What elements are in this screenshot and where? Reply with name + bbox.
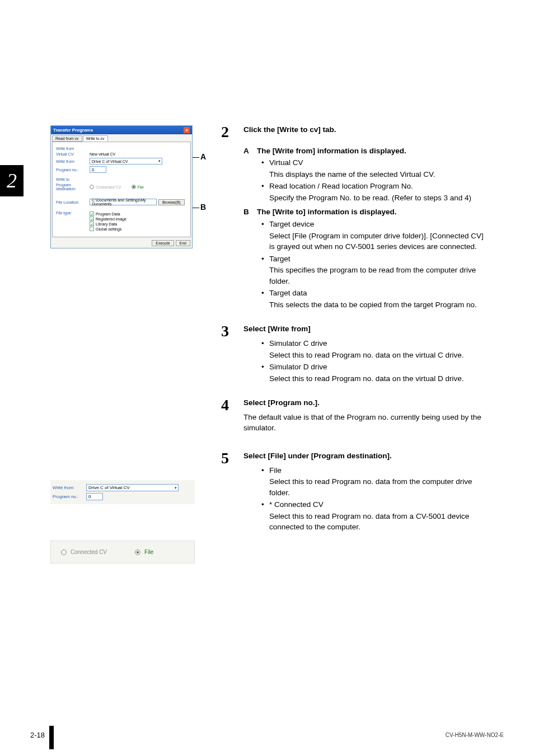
- bullet-icon: [261, 499, 269, 533]
- document-id: CV-H5N-M-WW-NO2-E: [446, 732, 504, 738]
- s2-b-b2-body: This specifies the program to be read fr…: [269, 265, 490, 287]
- write-from-label: Write from:: [56, 159, 90, 163]
- checkbox-registered-image-label: Registered image: [96, 217, 127, 221]
- strip-file-label: File: [144, 549, 153, 555]
- checkbox-library-data-label: Library Data: [96, 222, 117, 226]
- bullet-icon: [261, 181, 269, 203]
- tab-write-to-cv[interactable]: Write to cv: [83, 135, 108, 142]
- s2-a-b2-head: Read location / Read location Program No…: [269, 182, 413, 190]
- s2-a-b1-head: Virtual CV: [269, 158, 303, 167]
- file-type-label: File type:: [56, 211, 90, 215]
- radio-strip-screenshot: Connected CV File: [50, 541, 195, 564]
- radio-connected-cv[interactable]: [90, 185, 94, 189]
- step-3-number: 3: [221, 323, 243, 384]
- file-location-input[interactable]: C:\Documents and Settings\My Documents: [90, 199, 157, 205]
- s2-b-b1-body: Select [File (Program in computer drive …: [269, 231, 490, 252]
- s3-b2-head: Simulator D drive: [269, 363, 327, 371]
- virtual-cv-value: New virtual CV: [90, 152, 115, 156]
- callout-a: A: [200, 152, 206, 161]
- instructions-column: 2 Click the [Write to cv] tab. A The [Wr…: [221, 124, 490, 543]
- strip-connected-cv-label: Connected CV: [71, 549, 107, 555]
- step-4-body: The default value is that of the Program…: [243, 412, 490, 434]
- callout-line-b: [193, 208, 199, 208]
- browse-button[interactable]: Browse(B): [158, 199, 185, 205]
- mini-write-from-label: Write from:: [53, 485, 86, 490]
- bullet-icon: [261, 338, 269, 360]
- dialog-screenshot: Transfer Programs × Read from cv Write t…: [50, 125, 207, 248]
- bullet-icon: [261, 157, 269, 180]
- s5-b2-head: * Connected CV: [269, 500, 324, 509]
- dialog-titlebar: Transfer Programs ×: [51, 126, 192, 134]
- mini-program-no-spinner[interactable]: 0: [86, 493, 103, 500]
- checkbox-global-settings-label: Global settings: [96, 227, 121, 231]
- page-number: 2-18: [30, 731, 45, 739]
- callout-b: B: [200, 203, 206, 212]
- step-2-b-title: The [Write to] information is displayed.: [257, 206, 490, 218]
- step-2-title: Click the [Write to cv] tab.: [243, 124, 490, 135]
- execute-button[interactable]: Execute: [152, 240, 174, 246]
- s5-b1-head: File: [269, 466, 282, 475]
- virtual-cv-label: Virtual CV:: [56, 152, 90, 156]
- bullet-icon: [261, 288, 269, 310]
- radio-file[interactable]: [132, 185, 136, 189]
- section-write-from: Write from: [56, 147, 187, 151]
- bullet-icon: [261, 253, 269, 287]
- checkbox-global-settings[interactable]: [90, 227, 94, 231]
- dialog-title-text: Transfer Programs: [53, 128, 93, 133]
- s2-a-b2-body: Specify the Program No. to be read. (Ref…: [269, 192, 490, 204]
- step-2-number: 2: [221, 124, 243, 310]
- file-location-label: File Location:: [56, 200, 90, 204]
- strip-radio-file[interactable]: [135, 550, 140, 555]
- step-2-a-letter: A: [243, 145, 257, 157]
- checkbox-library-data[interactable]: [90, 222, 94, 226]
- radio-connected-cv-label: Connected CV: [96, 185, 121, 189]
- program-no-label: Program no.:: [56, 168, 90, 172]
- s2-b-b2-head: Target: [269, 255, 291, 263]
- step-2-b-letter: B: [243, 206, 257, 218]
- checkbox-program-data-label: Program Data: [96, 212, 120, 216]
- mini-write-from-screenshot: Write from: Drive C of Virtual CV Progra…: [50, 480, 195, 504]
- step-4-number: 4: [221, 397, 243, 434]
- page-footer: 2-18 CV-H5N-M-WW-NO2-E: [30, 731, 504, 739]
- s3-b1-head: Simulator C drive: [269, 339, 327, 348]
- strip-radio-connected-cv[interactable]: [61, 550, 67, 555]
- bullet-icon: [261, 465, 269, 499]
- s5-b1-body: Select this to read Program no. data fro…: [269, 476, 490, 498]
- program-no-spinner[interactable]: 0: [90, 166, 106, 173]
- chapter-tab: 2: [0, 165, 24, 196]
- footer-mark: [49, 726, 54, 749]
- bullet-icon: [261, 361, 269, 384]
- end-button[interactable]: End: [176, 240, 190, 246]
- s2-b-b1-head: Target device: [269, 220, 314, 228]
- checkbox-program-data[interactable]: [90, 212, 94, 216]
- bullet-icon: [261, 219, 269, 252]
- s2-b-b3-head: Target data: [269, 289, 307, 297]
- step-3-title: Select [Write from]: [243, 323, 490, 335]
- step-5-title: Select [File] under [Program destination…: [243, 450, 490, 462]
- s2-a-b1-body: This displays the name of the selected V…: [269, 169, 490, 180]
- program-dest-label: Program destination:: [56, 183, 90, 191]
- mini-program-no-label: Program no.:: [53, 494, 86, 499]
- s2-b-b3-body: This selects the data to be copied from …: [269, 299, 490, 311]
- step-4-title: Select [Program no.].: [243, 397, 490, 408]
- section-write-to: Write to: [56, 177, 187, 181]
- step-2-a-title: The [Write from] information is displaye…: [257, 145, 490, 157]
- s5-b2-body: Select this to read Program no. data fro…: [269, 511, 490, 533]
- step-5-number: 5: [221, 450, 243, 533]
- s3-b2-body: Select this to read Program no. data on …: [269, 373, 490, 384]
- checkbox-registered-image[interactable]: [90, 217, 94, 221]
- callout-line-a: [193, 157, 199, 158]
- radio-file-label: File: [138, 185, 144, 189]
- tab-read-from-cv[interactable]: Read from cv: [52, 135, 82, 142]
- close-icon[interactable]: ×: [184, 127, 190, 133]
- write-from-dropdown[interactable]: Drive C of Virtual CV: [90, 158, 162, 165]
- mini-write-from-dropdown[interactable]: Drive C of Virtual CV: [86, 484, 179, 491]
- s3-b1-body: Select this to read Program no. data on …: [269, 350, 490, 361]
